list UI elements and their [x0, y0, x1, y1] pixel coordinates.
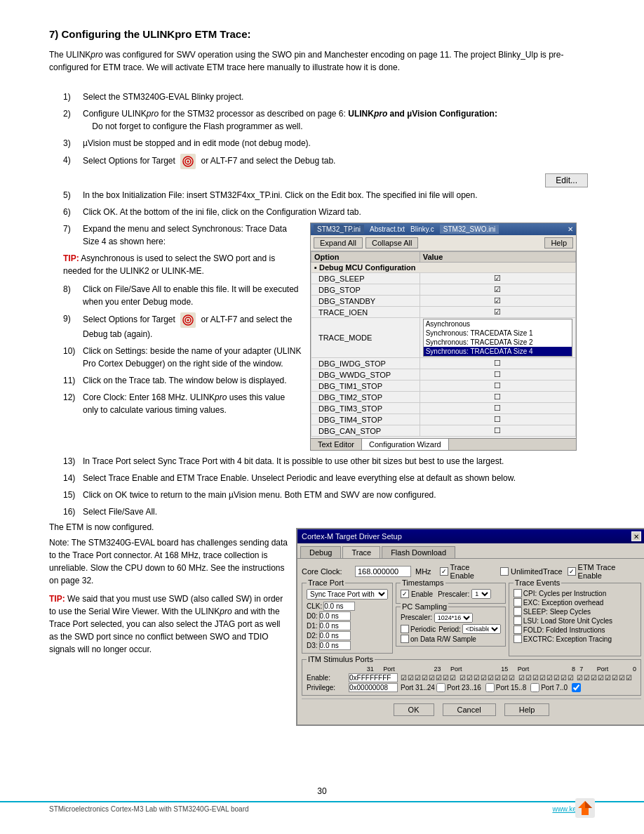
cpi-label: CPI: Cycles per Instruction [523, 590, 606, 597]
port-23-label: Port [374, 666, 405, 673]
d1-label: D1: [307, 622, 318, 630]
step7-with-window: 7) Expand the menu and select Synchronou… [63, 223, 595, 451]
step-6: 6) Click OK. At the bottom of the ini fi… [63, 206, 595, 218]
tip2-label: TIP: [49, 594, 65, 604]
ini-window-container: STM32_TP.ini Abstract.txt Blinky.c STM32… [310, 223, 577, 451]
enable-input[interactable] [349, 673, 398, 682]
periodic-check[interactable] [401, 625, 409, 633]
privilege-input[interactable] [349, 683, 398, 692]
flash-download-tab[interactable]: Flash Download [382, 546, 455, 558]
on-data-label: on Data R/W Sample [410, 635, 476, 643]
port-0-label: Port [587, 666, 618, 673]
help-button[interactable]: Help [544, 237, 573, 249]
ini-tab3[interactable]: Blinky.c [410, 225, 434, 233]
enable-label: Enable: [307, 674, 349, 682]
logo-corner [575, 798, 595, 820]
timestamps-title: Timestamps [401, 578, 445, 587]
debug-tab[interactable]: Debug [300, 546, 341, 558]
note-paragraph: Note: The STM3240G-EVAL board has challe… [49, 536, 288, 587]
unlimited-trace-check[interactable] [500, 567, 509, 576]
sleep-check[interactable] [514, 607, 522, 616]
fold-check[interactable] [514, 626, 522, 634]
ini-close[interactable]: ✕ [568, 225, 573, 233]
table-row: DBG_STANDBY ☑ [311, 296, 576, 307]
step-16: 16) Select File/Save All. [63, 505, 595, 518]
clk-label: CLK: [307, 602, 322, 610]
itm-group: ITM Stimulus Ports 31 Port 23 Port [302, 659, 641, 696]
driver-close[interactable]: ✕ [631, 531, 641, 541]
d0-input[interactable] [319, 611, 351, 621]
timestamps-group: Timestamps ✓ Enable Prescaler: 1 [396, 583, 506, 604]
ps-prescaler-label: Prescaler: [401, 614, 432, 621]
exctrc-check[interactable] [514, 635, 522, 643]
ps-prescaler-select[interactable]: 1024*16 [434, 613, 473, 623]
expand-all-button[interactable]: Expand All [314, 237, 363, 249]
step-9: 9) Select Options for Target or ALT-F7 a… [63, 312, 302, 340]
ok-button[interactable]: OK [394, 703, 434, 716]
exc-check[interactable] [514, 598, 522, 607]
trace-enable-check[interactable]: ✓ [440, 567, 448, 576]
port-7-0-check[interactable] [572, 683, 581, 692]
table-row: DBG_SLEEP ☑ [311, 273, 576, 284]
step-5: 5) In the box Initialization File: inser… [63, 189, 595, 201]
table-row: DBG_TIM1_STOP ☐ [311, 380, 576, 392]
core-clock-input[interactable] [355, 566, 411, 577]
driver-help-button[interactable]: Help [504, 703, 550, 716]
step-2: 2) Configure ULINKpro for the STM32 proc… [63, 107, 595, 133]
d0-label: D0: [307, 612, 318, 620]
lsu-check[interactable] [514, 616, 522, 625]
driver-titlebar: Cortex-M Target Driver Setup ✕ [297, 529, 644, 543]
period-select[interactable]: <Disabled> [462, 624, 501, 634]
port-31-24-label: Port 31..24 [401, 684, 435, 691]
trace-port-group: Trace Port Sync Trace Port with 4bit Dat… [302, 583, 393, 654]
on-data-check[interactable] [401, 635, 409, 643]
config-wizard-tab[interactable]: Configuration Wizard [362, 439, 449, 450]
step-1: 1) Select the STM3240G-EVAL Blinky proje… [63, 91, 595, 103]
table-row: DBG_TIM3_STOP ☐ [311, 403, 576, 414]
port-23-16-check[interactable] [485, 683, 495, 692]
dropdown-option-sync2[interactable]: Synchronous: TRACEDATA Size 2 [424, 338, 572, 347]
ts-enable-label: Enable [411, 590, 433, 598]
driver-body: Core Clock: MHz ✓ Trace Enable Unlimited… [297, 559, 644, 724]
port-0-num: 0 [624, 666, 636, 673]
ts-enable-check[interactable]: ✓ [401, 590, 409, 598]
dropdown-option-sync4[interactable]: Synchronous: TRACEDATA Size 4 [424, 347, 572, 356]
ts-prescaler-select[interactable]: 1 [471, 589, 491, 599]
port-15-label: Port [441, 666, 471, 673]
driver-window-container: Cortex-M Target Driver Setup ✕ Debug Tra… [296, 528, 644, 726]
tip2-text: We said that you must use SWD (also call… [49, 594, 283, 654]
svg-point-7 [187, 319, 189, 322]
edit-button[interactable]: Edit... [545, 173, 588, 187]
cancel-button[interactable]: Cancel [443, 703, 496, 716]
itm-title: ITM Stimulus Ports [307, 655, 375, 663]
dropdown-option-async[interactable]: Asynchronous [424, 319, 572, 329]
privilege-label: Privilege: [307, 684, 349, 691]
collapse-all-button[interactable]: Collapse All [365, 237, 418, 249]
enable-bits: ☑☑☑☑☑☑☑☑ ☑☑☑☑☑☑☑☑ ☑☑☑☑☑☑☑☑ ☑☑☑☑☑☑☑☑ [401, 674, 633, 682]
d2-input[interactable] [319, 631, 351, 640]
ini-tab2[interactable]: Abstract.txt [370, 225, 405, 233]
trace-tab[interactable]: Trace [342, 546, 380, 558]
mhz-label: MHz [415, 567, 431, 576]
unlimited-trace-label: UnlimitedTrace [511, 567, 563, 576]
driver-tabs: Debug Trace Flash Download [297, 543, 644, 559]
dropdown-option-sync1[interactable]: Synchronous: TRACEDATA Size 1 [424, 329, 572, 338]
ini-tab1[interactable]: STM32_TP.ini [314, 225, 364, 234]
etm-trace-check[interactable]: ✓ [568, 567, 576, 576]
port-15-8-check[interactable] [530, 683, 539, 692]
trace-port-select[interactable]: Sync Trace Port with 4bit Data [307, 589, 388, 600]
cpi-check[interactable] [514, 589, 522, 597]
step-11: 11) Click on the Trace tab. The window b… [63, 374, 302, 387]
port-31-24-check[interactable] [436, 683, 445, 692]
clk-input[interactable] [323, 602, 355, 611]
d1-input[interactable] [319, 621, 351, 630]
tip1-box: TIP: Asynchronous is used to select the … [63, 252, 302, 277]
text-editor-tab[interactable]: Text Editor [311, 439, 362, 450]
pc-sampling-title: PC Sampling [401, 602, 448, 611]
ini-tab4-active[interactable]: STM32_SWO.ini [440, 225, 499, 234]
step-14: 14) Select Trace Enable and ETM Trace En… [63, 472, 595, 484]
step-10: 10) Click on Settings: beside the name o… [63, 345, 302, 370]
lsu-label: LSU: Load Store Unit Cycles [523, 617, 612, 625]
driver-window-col: Cortex-M Target Driver Setup ✕ Debug Tra… [296, 522, 644, 726]
d3-input[interactable] [319, 641, 351, 650]
